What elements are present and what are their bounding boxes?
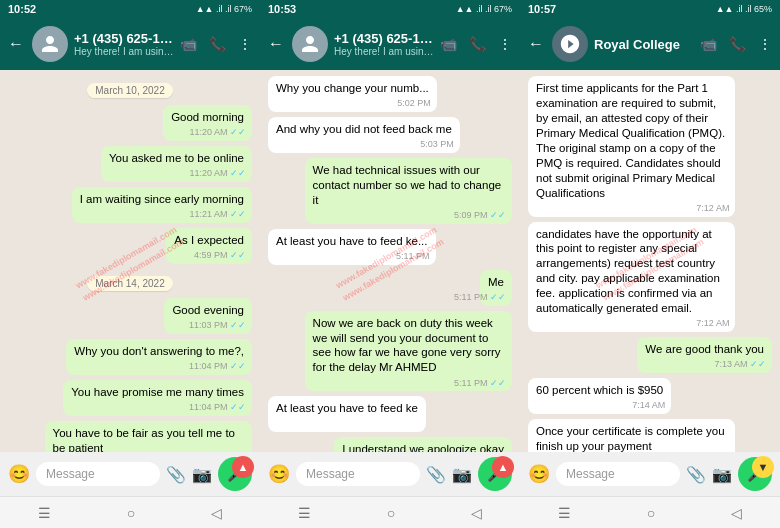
navigation-bar: ☰ ○ ◁ xyxy=(260,496,520,528)
chat-header: ← Royal College 📹 📞 ⋮ xyxy=(520,18,780,70)
message-bubble: As I expected4:59 PM ✓✓ xyxy=(166,228,252,264)
attach-button[interactable]: 📎 xyxy=(166,465,186,484)
message-time: 5:03 PM xyxy=(420,139,454,151)
message-bubble: Once your certificate is complete you fi… xyxy=(528,419,735,452)
contact-name: +1 (435) 625-1749 xyxy=(334,31,434,46)
phone-icon[interactable]: 📞 xyxy=(729,36,746,52)
signal-info: ▲▲ .il .il 65% xyxy=(716,4,772,14)
scroll-up-button[interactable]: ▲ xyxy=(232,456,254,478)
message-bubble: We had technical issues with our contact… xyxy=(305,158,512,224)
message-time: 7:14 AM xyxy=(632,400,665,412)
emoji-button[interactable]: 😊 xyxy=(8,463,30,485)
message-input[interactable]: Message xyxy=(296,462,420,486)
contact-avatar[interactable] xyxy=(32,26,68,62)
nav-home-icon[interactable]: ○ xyxy=(127,505,135,521)
message-text: First time applicants for the Part 1 exa… xyxy=(536,82,725,199)
phone-icon[interactable]: 📞 xyxy=(209,36,226,52)
message-text: At least you have to feed ke... xyxy=(276,235,428,247)
message-text: 60 percent which is $950 xyxy=(536,384,663,396)
emoji-button[interactable]: 😊 xyxy=(528,463,550,485)
attach-button[interactable]: 📎 xyxy=(426,465,446,484)
nav-home-icon[interactable]: ○ xyxy=(647,505,655,521)
message-bubble: Good evening11:03 PM ✓✓ xyxy=(164,298,252,334)
message-time: 7:12 AM xyxy=(696,318,729,330)
nav-back-icon[interactable]: ◁ xyxy=(471,505,482,521)
scroll-up-button[interactable]: ▲ xyxy=(492,456,514,478)
attach-button[interactable]: 📎 xyxy=(686,465,706,484)
message-time: 7:12 AM xyxy=(696,203,729,215)
nav-menu-icon[interactable]: ☰ xyxy=(38,505,51,521)
message-text: Good evening xyxy=(172,304,244,316)
message-bubble: We are good thank you7:13 AM ✓✓ xyxy=(637,337,772,373)
nav-menu-icon[interactable]: ☰ xyxy=(298,505,311,521)
video-call-icon[interactable]: 📹 xyxy=(440,36,457,52)
message-bubble: I am waiting since early morning11:21 AM… xyxy=(72,187,252,223)
date-divider: March 10, 2022 xyxy=(8,80,252,98)
message-input[interactable]: Message xyxy=(36,462,160,486)
back-arrow-icon[interactable]: ← xyxy=(528,35,544,53)
message-time: 5:11 PM xyxy=(396,251,430,263)
message-bubble: Now we are back on duty this week we wil… xyxy=(305,311,512,392)
chat-panel-3: 10:57 ▲▲ .il .il 65% ← Royal College 📹 📞… xyxy=(520,0,780,528)
phone-icon[interactable]: 📞 xyxy=(469,36,486,52)
messages-area: Why you change your numb...5:02 PM And w… xyxy=(260,70,520,452)
message-time: 5:11 PM ✓✓ xyxy=(454,292,506,304)
emoji-button[interactable]: 😊 xyxy=(268,463,290,485)
input-placeholder: Message xyxy=(46,467,95,481)
camera-button[interactable]: 📷 xyxy=(192,465,212,484)
message-text: You have promise me many times xyxy=(71,386,244,398)
message-time: 5:09 PM ✓✓ xyxy=(454,210,506,222)
scroll-down-button[interactable]: ▼ xyxy=(752,456,774,478)
status-bar: 10:53 ▲▲ .il .il 67% xyxy=(260,0,520,18)
nav-back-icon[interactable]: ◁ xyxy=(731,505,742,521)
more-options-icon[interactable]: ⋮ xyxy=(758,36,772,52)
camera-button[interactable]: 📷 xyxy=(452,465,472,484)
message-text: We are good thank you xyxy=(645,343,764,355)
contact-name: Royal College xyxy=(594,37,694,52)
message-text: Why you change your numb... xyxy=(276,82,429,94)
message-text: You asked me to be online xyxy=(109,152,244,164)
camera-button[interactable]: 📷 xyxy=(712,465,732,484)
message-bubble: At least you have to feed ke xyxy=(268,396,426,432)
message-text: Why you don't answering to me?, xyxy=(74,345,244,357)
nav-back-icon[interactable]: ◁ xyxy=(211,505,222,521)
more-options-icon[interactable]: ⋮ xyxy=(238,36,252,52)
nav-menu-icon[interactable]: ☰ xyxy=(558,505,571,521)
message-text: At least you have to feed ke xyxy=(276,402,418,414)
message-text: Now we are back on duty this week we wil… xyxy=(313,317,501,374)
contact-info[interactable]: +1 (435) 625-1749 Hey there! I am using … xyxy=(74,31,174,57)
contact-avatar[interactable] xyxy=(552,26,588,62)
message-text: We had technical issues with our contact… xyxy=(313,164,502,206)
contact-status: Hey there! I am using WhatsApp... xyxy=(334,46,434,57)
message-bubble: Why you change your numb...5:02 PM xyxy=(268,76,437,112)
message-text: You have to be fair as you tell me to be… xyxy=(53,427,235,452)
input-placeholder: Message xyxy=(306,467,355,481)
video-call-icon[interactable]: 📹 xyxy=(700,36,717,52)
back-arrow-icon[interactable]: ← xyxy=(8,35,24,53)
message-time: 11:04 PM ✓✓ xyxy=(189,402,246,414)
message-bubble: You have to be fair as you tell me to be… xyxy=(45,421,252,452)
contact-info[interactable]: +1 (435) 625-1749 Hey there! I am using … xyxy=(334,31,434,57)
message-time: 7:13 AM ✓✓ xyxy=(714,359,766,371)
contact-avatar[interactable] xyxy=(292,26,328,62)
status-bar: 10:57 ▲▲ .il .il 65% xyxy=(520,0,780,18)
more-options-icon[interactable]: ⋮ xyxy=(498,36,512,52)
message-bubble: candidates have the opportunity at this … xyxy=(528,222,735,333)
message-time: 11:21 AM ✓✓ xyxy=(189,209,246,221)
time-display: 10:57 xyxy=(528,3,556,15)
chat-header: ← +1 (435) 625-1749 Hey there! I am usin… xyxy=(0,18,260,70)
message-text: Once your certificate is complete you fi… xyxy=(536,425,725,452)
message-time: 11:04 PM ✓✓ xyxy=(189,361,246,373)
messages-area: March 10, 2022Good morning11:20 AM ✓✓You… xyxy=(0,70,260,452)
chat-panel-1: 10:52 ▲▲ .il .il 67% ← +1 (435) 625-1749… xyxy=(0,0,260,528)
chat-header: ← +1 (435) 625-1749 Hey there! I am usin… xyxy=(260,18,520,70)
video-call-icon[interactable]: 📹 xyxy=(180,36,197,52)
message-input[interactable]: Message xyxy=(556,462,680,486)
navigation-bar: ☰ ○ ◁ xyxy=(520,496,780,528)
nav-home-icon[interactable]: ○ xyxy=(387,505,395,521)
contact-info[interactable]: Royal College xyxy=(594,37,694,52)
input-placeholder: Message xyxy=(566,467,615,481)
time-display: 10:53 xyxy=(268,3,296,15)
back-arrow-icon[interactable]: ← xyxy=(268,35,284,53)
message-bubble: 60 percent which is $9507:14 AM xyxy=(528,378,671,414)
